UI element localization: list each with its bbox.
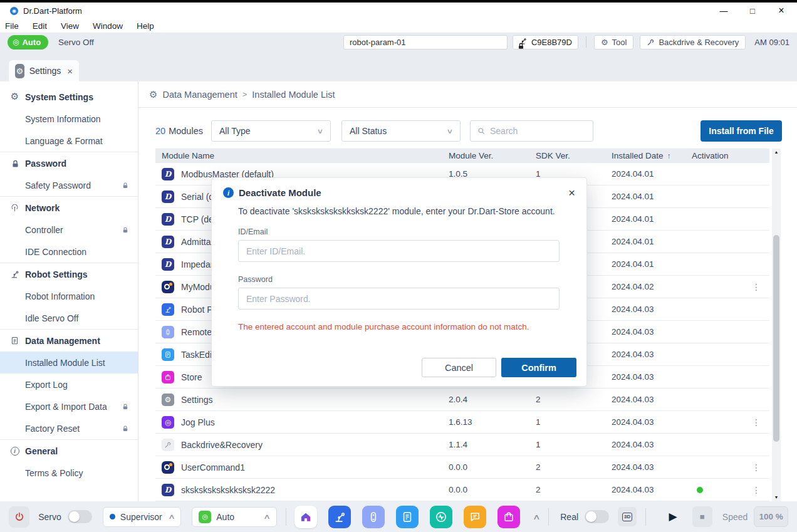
dock-monitoring-icon[interactable] [430, 506, 452, 528]
sidebar-nav: ⚙System SettingsSystem InformationLangua… [0, 81, 138, 501]
robot-serial-button[interactable]: C9E8B79D [513, 35, 578, 50]
install-from-file-button[interactable]: Install from File [701, 120, 782, 142]
row-menu-icon[interactable]: ⋮ [752, 485, 761, 495]
menu-view[interactable]: View [61, 21, 79, 31]
servo-toggle[interactable] [68, 510, 92, 523]
col-module-name[interactable]: Module Name [155, 151, 442, 160]
tab-close-icon[interactable]: × [67, 66, 73, 76]
dart-module-icon: D [162, 236, 174, 248]
sdk-version: 2 [529, 485, 605, 494]
col-installed-date[interactable]: Installed Date ↑ [605, 151, 685, 160]
mode-dropdown[interactable]: ◎ Auto ∧ [192, 507, 276, 527]
sidebar-item-terms-policy[interactable]: Terms & Policy [0, 462, 138, 484]
scrollbar-thumb[interactable] [773, 235, 779, 442]
activation-dot [697, 487, 703, 493]
sidebar-item-safety-password[interactable]: Safety Password [0, 174, 138, 196]
sort-up-icon[interactable]: ↑ [667, 152, 671, 160]
id-email-field[interactable] [238, 240, 560, 262]
row-menu-icon[interactable]: ⋮ [752, 417, 761, 427]
sidebar-section-network[interactable]: Network [0, 197, 138, 219]
stop-button[interactable]: ■ [692, 506, 712, 527]
speed-value: 100 % [754, 506, 788, 527]
tool-button[interactable]: ⚙ Tool [594, 35, 634, 50]
menu-edit[interactable]: Edit [33, 21, 47, 31]
table-row[interactable]: UserCommand10.0.022024.04.03⋮ [155, 456, 769, 479]
dialog-close-icon[interactable]: × [568, 188, 575, 198]
menu-help[interactable]: Help [137, 21, 154, 31]
table-row[interactable]: Backdrive&Recovery1.1.412024.04.03 [155, 434, 769, 456]
table-row[interactable]: ⚙Settings2.0.422024.04.03 [155, 389, 769, 411]
sidebar-item-factory-reset[interactable]: Factory Reset [0, 417, 138, 439]
main-toolbar: ◎ Auto Servo Off C9E8B79D ⚙ Tool Backdri… [0, 33, 797, 51]
real-toggle[interactable] [585, 510, 609, 523]
type-filter-dropdown[interactable]: All Type ∨ [211, 120, 331, 142]
dart-module-icon: D [162, 258, 174, 271]
col-module-ver[interactable]: Module Ver. [442, 151, 529, 160]
search-box[interactable] [470, 120, 593, 142]
sidebar-section-password[interactable]: Password [0, 152, 138, 174]
module-name: Admittan [181, 237, 216, 247]
sidebar-item-controller[interactable]: Controller [0, 219, 138, 241]
scroll-up-icon[interactable]: ▲ [772, 149, 781, 156]
table-row[interactable]: Dskskskskskskksksk22220.0.022024.04.03⋮ [155, 479, 769, 501]
installed-date: 2024.04.01 [605, 237, 685, 246]
sidebar-item-system-information[interactable]: System Information [0, 108, 138, 130]
tab-settings[interactable]: ⚙ Settings × [9, 60, 79, 81]
row-menu-icon[interactable]: ⋮ [752, 462, 761, 472]
search-input[interactable] [490, 126, 586, 136]
installed-date: 2024.04.01 [605, 214, 685, 224]
3d-view-button[interactable]: 3D [618, 507, 637, 526]
dock-task-editor-icon[interactable] [396, 506, 419, 528]
cancel-button[interactable]: Cancel [422, 358, 496, 377]
close-button[interactable]: × [777, 5, 786, 16]
sidebar-section-robot-settings[interactable]: Robot Settings [0, 263, 138, 285]
sidebar-section-system-settings[interactable]: ⚙System Settings [0, 86, 138, 108]
backdrive-recovery-button[interactable]: Backdrive & Recovery [640, 35, 746, 50]
power-button[interactable] [9, 506, 29, 528]
sidebar-item-language-format[interactable]: Language & Format [0, 130, 138, 152]
user-module-icon [162, 461, 174, 474]
scroll-down-icon[interactable]: ▼ [772, 494, 781, 501]
store-module-icon [162, 371, 174, 383]
robot-param-input[interactable] [343, 35, 508, 50]
dock-store-icon[interactable] [497, 506, 520, 528]
confirm-button[interactable]: Confirm [501, 358, 576, 377]
dock-robot-icon[interactable] [328, 506, 351, 528]
dock-home-icon[interactable] [294, 506, 317, 528]
user-module-icon [162, 281, 174, 293]
jog-module-icon: ◎ [162, 416, 174, 429]
module-name: Store [181, 372, 202, 382]
dock-chevron-up-icon[interactable]: ∧ [533, 513, 541, 521]
menu-window[interactable]: Window [93, 21, 123, 31]
lock-icon [122, 226, 129, 234]
sidebar-item-ide-connection[interactable]: IDE Connection [0, 241, 138, 263]
sidebar-item-robot-information[interactable]: Robot Information [0, 285, 138, 307]
sidebar-section-general[interactable]: iGeneral [0, 440, 138, 462]
servo-status-label: Servo Off [58, 38, 94, 47]
row-menu-icon[interactable]: ⋮ [752, 282, 761, 292]
sidebar-item-idle-servo-off[interactable]: Idle Servo Off [0, 307, 138, 329]
real-label: Real [560, 512, 578, 522]
table-scrollbar[interactable]: ▲ ▼ [772, 149, 781, 501]
password-field[interactable] [238, 288, 560, 310]
lock-icon [122, 425, 129, 432]
auto-mode-badge[interactable]: ◎ Auto [8, 35, 48, 50]
sdk-version: 2 [529, 462, 605, 472]
status-filter-dropdown[interactable]: All Status ∨ [341, 120, 461, 142]
col-activation[interactable]: Activation [685, 151, 769, 160]
dock-message-icon[interactable] [464, 506, 486, 528]
maximize-button[interactable]: □ [748, 6, 757, 16]
table-header: Module Name Module Ver. SDK Ver. Install… [155, 149, 769, 163]
col-sdk-ver[interactable]: SDK Ver. [529, 151, 605, 160]
dock-remote-icon[interactable] [362, 506, 385, 528]
play-button[interactable]: ▶ [664, 510, 682, 523]
minimize-button[interactable]: — [719, 6, 728, 16]
sidebar-item-export-log[interactable]: Export Log [0, 373, 138, 395]
installed-date: 2024.04.02 [605, 282, 685, 291]
user-role-dropdown[interactable]: Supervisor ∧ [103, 507, 181, 527]
sidebar-item-export-import-data[interactable]: Export & Import Data [0, 395, 138, 417]
sidebar-item-installed-module-list[interactable]: Installed Module List [0, 352, 138, 373]
sidebar-section-data-management[interactable]: Data Management [0, 330, 138, 352]
table-row[interactable]: ◎Jog Plus1.6.1312024.04.03⋮ [155, 411, 769, 434]
menu-file[interactable]: File [5, 21, 19, 31]
